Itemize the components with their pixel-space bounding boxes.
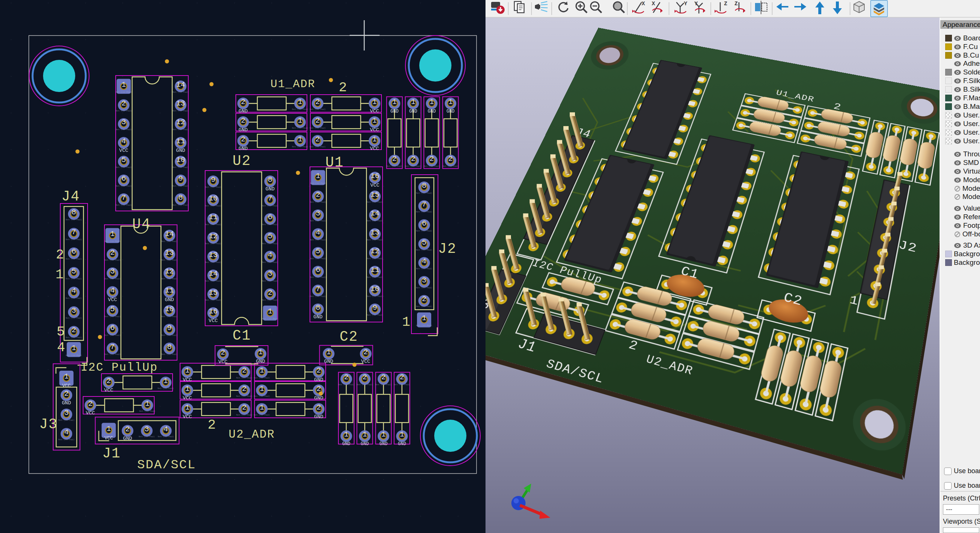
svg-text:1: 1 xyxy=(163,377,168,385)
svg-text:Net-(xx-Pad): Net-(xx-Pad) xyxy=(116,91,132,94)
svg-text:1: 1 xyxy=(56,267,64,282)
svg-text:3: 3 xyxy=(315,209,320,218)
svg-text:7: 7 xyxy=(422,200,426,209)
svg-text:2: 2 xyxy=(72,326,76,335)
svg-text:2: 2 xyxy=(400,373,404,382)
svg-text:1: 1 xyxy=(411,98,415,106)
svg-text:J4: J4 xyxy=(61,189,80,205)
svg-text:GND: GND xyxy=(239,146,247,151)
svg-text:1: 1 xyxy=(298,116,302,125)
svg-text:1: 1 xyxy=(362,430,367,439)
svg-text:8: 8 xyxy=(167,343,172,351)
svg-text:2: 2 xyxy=(56,247,64,263)
svg-text:Net-(xx-Pad): Net-(xx-Pad) xyxy=(116,185,132,187)
svg-text:Net-(xx-Pad): Net-(xx-Pad) xyxy=(236,395,252,398)
svg-text:4: 4 xyxy=(72,287,76,295)
svg-text:Net-(xx-Pad): Net-(xx-Pad) xyxy=(310,108,326,111)
svg-text:Net-(xx-Pad): Net-(xx-Pad) xyxy=(262,223,278,226)
svg-text:2: 2 xyxy=(242,403,246,412)
svg-text:4: 4 xyxy=(121,137,126,146)
svg-text:VCC: VCC xyxy=(183,414,192,420)
svg-text:4: 4 xyxy=(57,340,65,355)
svg-text:Net-(xx-Pad): Net-(xx-Pad) xyxy=(367,201,383,203)
svg-text:6: 6 xyxy=(315,266,320,274)
svg-text:6: 6 xyxy=(121,174,126,183)
svg-text:GND: GND xyxy=(342,441,350,447)
svg-text:Net-(xx-Pad): Net-(xx-Pad) xyxy=(173,204,189,206)
svg-text:Net-(xx-Pad): Net-(xx-Pad) xyxy=(161,259,177,262)
svg-text:13: 13 xyxy=(165,248,174,257)
svg-text:15: 15 xyxy=(370,190,379,199)
svg-text:3: 3 xyxy=(268,269,272,278)
svg-text:1: 1 xyxy=(110,230,115,238)
svg-text:12: 12 xyxy=(165,267,174,276)
svg-text:Net-(xx-Pad): Net-(xx-Pad) xyxy=(310,201,326,203)
svg-text:Net-(xx-Pad): Net-(xx-Pad) xyxy=(205,205,221,207)
svg-text:Net-(xx-Pad): Net-(xx-Pad) xyxy=(205,223,221,226)
svg-text:8: 8 xyxy=(422,181,426,190)
svg-text:Net-(xx-Pad): Net-(xx-Pad) xyxy=(262,317,278,320)
svg-text:Net-(xx-Pad): Net-(xx-Pad) xyxy=(310,239,326,241)
svg-text:SDA/SCL: SDA/SCL xyxy=(137,458,196,472)
svg-text:Net-(xx-Pad): Net-(xx-Pad) xyxy=(161,353,177,356)
svg-text:GND: GND xyxy=(176,148,185,153)
svg-text:Net-(xx-Pad): Net-(xx-Pad) xyxy=(367,220,383,222)
svg-text:Net-(xx-Pad): Net-(xx-Pad) xyxy=(367,314,383,316)
svg-text:4: 4 xyxy=(64,428,68,436)
svg-text:Net-(xx-Pad): Net-(xx-Pad) xyxy=(205,299,221,301)
svg-text:14: 14 xyxy=(370,209,379,218)
svg-text:11: 11 xyxy=(370,266,379,274)
svg-text:1: 1 xyxy=(326,348,331,357)
svg-text:Net-(xx-Pad): Net-(xx-Pad) xyxy=(262,299,278,301)
svg-text:2: 2 xyxy=(242,384,246,393)
svg-text:Net-(xx-Pad): Net-(xx-Pad) xyxy=(338,383,354,386)
svg-text:Net-(xx-Pad): Net-(xx-Pad) xyxy=(105,315,121,318)
svg-text:9: 9 xyxy=(178,174,183,183)
svg-text:10: 10 xyxy=(176,155,185,164)
svg-text:VCC: VCC xyxy=(86,410,95,416)
svg-text:1: 1 xyxy=(372,98,377,106)
svg-text:U1: U1 xyxy=(325,154,344,171)
svg-text:1: 1 xyxy=(430,98,434,106)
svg-text:1: 1 xyxy=(372,135,377,144)
svg-text:GND: GND xyxy=(324,359,333,364)
svg-text:Net-(xx-Pad): Net-(xx-Pad) xyxy=(386,165,402,168)
svg-text:Net-(xx-Pad): Net-(xx-Pad) xyxy=(173,109,189,112)
svg-text:1: 1 xyxy=(448,98,453,106)
svg-text:Net-(xx-Pad): Net-(xx-Pad) xyxy=(416,211,432,213)
svg-text:2: 2 xyxy=(315,116,320,125)
svg-text:3: 3 xyxy=(121,118,126,127)
svg-text:C1: C1 xyxy=(232,328,251,344)
svg-text:VCC: VCC xyxy=(218,359,227,365)
svg-text:Net-(xx-Pad): Net-(xx-Pad) xyxy=(66,297,82,300)
svg-text:U4: U4 xyxy=(132,216,151,232)
svg-text:GND: GND xyxy=(314,414,323,420)
svg-text:Net-(xx-Pad): Net-(xx-Pad) xyxy=(310,127,326,129)
svg-text:Net-(xx-Pad): Net-(xx-Pad) xyxy=(310,182,326,185)
svg-text:7: 7 xyxy=(110,343,115,351)
svg-text:5: 5 xyxy=(268,232,272,241)
svg-text:Net-(xx-Pad): Net-(xx-Pad) xyxy=(442,165,458,168)
svg-text:Z: Z xyxy=(735,1,738,7)
svg-text:1: 1 xyxy=(72,344,76,352)
svg-text:Net-(xx-Pad): Net-(xx-Pad) xyxy=(367,295,383,298)
svg-text:5: 5 xyxy=(72,267,76,276)
svg-text:2: 2 xyxy=(344,373,348,382)
svg-text:3: 3 xyxy=(145,425,149,433)
svg-text:10: 10 xyxy=(165,305,174,313)
svg-text:2: 2 xyxy=(448,154,453,163)
svg-text:Net-(xx-Pad): Net-(xx-Pad) xyxy=(138,435,154,438)
svg-text:X: X xyxy=(642,1,645,7)
svg-text:6: 6 xyxy=(72,247,76,256)
svg-text:Net-(xx-Pad): Net-(xx-Pad) xyxy=(205,280,221,282)
svg-text:GND: GND xyxy=(361,441,369,447)
svg-text:GND: GND xyxy=(256,359,265,364)
svg-text:12: 12 xyxy=(370,247,379,255)
svg-text:Net-(xx-Pad): Net-(xx-Pad) xyxy=(139,410,155,412)
svg-text:1: 1 xyxy=(381,430,385,439)
svg-text:VCC: VCC xyxy=(62,383,71,389)
svg-text:1: 1 xyxy=(185,403,189,412)
svg-text:4: 4 xyxy=(315,228,320,237)
svg-text:Net-(xx-Pad): Net-(xx-Pad) xyxy=(158,387,174,390)
svg-text:3: 3 xyxy=(422,276,426,285)
